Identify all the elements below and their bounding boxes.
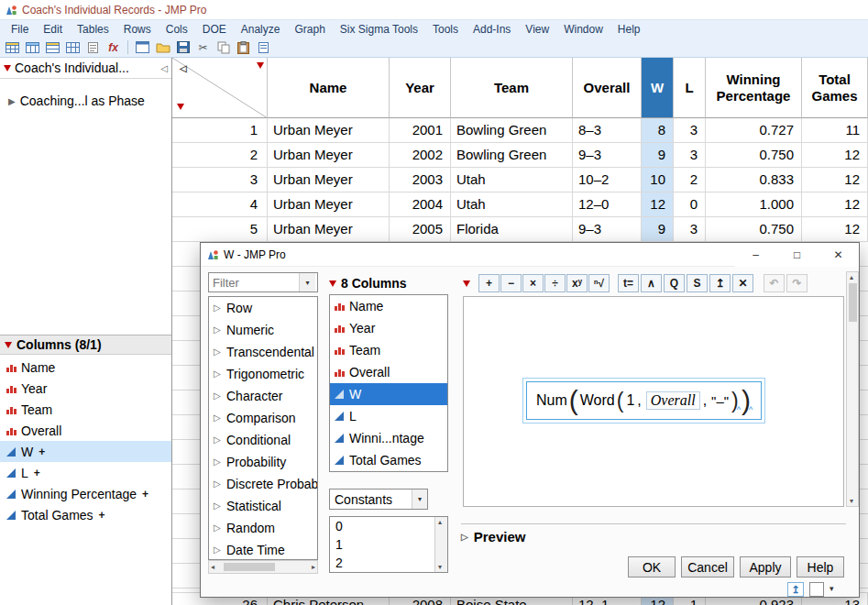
function-group-random[interactable]: ▷Random xyxy=(209,517,317,539)
cell-total-games[interactable]: 12 xyxy=(802,217,868,242)
scroll-left-icon[interactable]: ◂ xyxy=(211,563,214,571)
scroll-up-icon[interactable]: ▴ xyxy=(438,518,442,526)
function-group-numeric[interactable]: ▷Numeric xyxy=(209,319,317,341)
row-number[interactable]: 4 xyxy=(172,192,268,217)
magnifier-button[interactable]: Q xyxy=(664,274,685,292)
row-number[interactable]: 3 xyxy=(172,168,268,192)
power-button[interactable]: xʸ xyxy=(566,274,588,292)
cell-name[interactable]: Urban Meyer xyxy=(268,168,390,192)
function-group-row[interactable]: ▷Row xyxy=(209,297,317,319)
constant-item[interactable]: 1 xyxy=(330,535,447,554)
cell-year[interactable]: 2003 xyxy=(390,168,451,192)
menu-help[interactable]: Help xyxy=(610,21,648,38)
dialog-column-year[interactable]: Year xyxy=(330,317,447,339)
formula-delimiter-string[interactable]: "–" xyxy=(711,393,729,409)
cell-l[interactable]: 2 xyxy=(674,168,706,192)
columns-panel-header[interactable]: Columns (8/1) xyxy=(0,335,171,355)
journal-icon[interactable] xyxy=(255,39,272,56)
cell-l[interactable]: 3 xyxy=(674,217,706,242)
sidebar-column-winning-percentage[interactable]: Winning Percentage + xyxy=(0,483,171,504)
column-header-team[interactable]: Team xyxy=(451,58,573,118)
column-header-year[interactable]: Year xyxy=(390,58,451,118)
cell-w[interactable]: 9 xyxy=(642,217,674,242)
column-header-w[interactable]: W xyxy=(642,58,674,118)
cell-l[interactable]: 0 xyxy=(674,192,706,217)
function-group-transcendental[interactable]: ▷Transcendental xyxy=(209,341,317,363)
menu-tables[interactable]: Tables xyxy=(70,21,116,38)
cell-total-games[interactable]: 11 xyxy=(802,118,868,143)
cell-overall[interactable]: 9–3 xyxy=(573,143,642,168)
dialog-column-l[interactable]: L xyxy=(330,405,447,427)
column-header-overall[interactable]: Overall xyxy=(573,58,642,118)
cell-w[interactable]: 10 xyxy=(642,168,674,192)
help-button[interactable]: Help xyxy=(797,556,844,578)
menu-rows[interactable]: Rows xyxy=(116,21,159,38)
menu-graph[interactable]: Graph xyxy=(287,21,332,38)
constants-select[interactable]: Constants ▾ xyxy=(329,489,428,510)
function-group-probability[interactable]: ▷Probability xyxy=(209,451,317,473)
cell-team[interactable]: Utah xyxy=(451,168,573,192)
preview-disclosure-icon[interactable]: ▷ xyxy=(461,532,468,542)
formula-canvas[interactable]: Num ( Word ( 1 , Overall , "–" ) ^ ) ^ xyxy=(463,296,844,507)
formula-column-reference[interactable]: Overall xyxy=(646,391,700,410)
peel-expression-button[interactable]: ↥ xyxy=(709,274,731,292)
menu-tools[interactable]: Tools xyxy=(425,21,466,38)
cell-l[interactable]: 3 xyxy=(674,143,706,168)
menu-add-ins[interactable]: Add-Ins xyxy=(466,21,518,38)
cell-w[interactable]: 9 xyxy=(642,143,674,168)
menu-edit[interactable]: Edit xyxy=(36,21,70,38)
dialog-column-team[interactable]: Team xyxy=(330,339,447,361)
new-data-table-icon[interactable] xyxy=(4,39,21,56)
minimize-button[interactable]: – xyxy=(735,243,776,267)
function-group-comparison[interactable]: ▷Comparison xyxy=(209,407,317,429)
local-variable-button[interactable]: t= xyxy=(618,274,639,292)
cell-w[interactable]: 8 xyxy=(642,118,674,143)
status-checkbox[interactable] xyxy=(809,582,824,597)
cut-icon[interactable]: ✂ xyxy=(194,39,212,56)
scroll-up-icon[interactable]: ▴ xyxy=(850,273,853,281)
dialog-column-name[interactable]: Name xyxy=(330,295,447,317)
function-group-discrete-probability[interactable]: ▷Discrete Probability xyxy=(209,473,317,495)
cell-name[interactable]: Urban Meyer xyxy=(268,143,390,168)
cell-team[interactable]: Florida xyxy=(451,217,573,242)
menu-analyze[interactable]: Analyze xyxy=(234,21,288,38)
rows-red-triangle-icon[interactable] xyxy=(177,104,184,110)
sidebar-column-w[interactable]: W + xyxy=(0,441,171,462)
column-info-icon[interactable] xyxy=(84,39,102,56)
dialog-column-winning-percentage[interactable]: Winni...ntage xyxy=(330,427,447,449)
canvas-vertical-scrollbar[interactable]: ▴ ▾ xyxy=(846,271,859,507)
row-number[interactable]: 1 xyxy=(172,118,268,143)
cell-winning-percentage[interactable]: 0.727 xyxy=(706,118,802,143)
cell-overall[interactable]: 12–0 xyxy=(573,192,642,217)
columns-red-triangle-icon[interactable] xyxy=(257,62,264,69)
cell-year[interactable]: 2001 xyxy=(390,118,451,143)
open-icon[interactable] xyxy=(154,39,171,56)
cell-year[interactable]: 2005 xyxy=(390,217,451,242)
formula-func-num[interactable]: Num xyxy=(536,392,567,409)
function-list-horizontal-scrollbar[interactable]: ◂ ▸ xyxy=(208,560,318,574)
save-icon[interactable] xyxy=(174,39,192,56)
menu-window[interactable]: Window xyxy=(556,21,610,38)
collapse-panel-icon[interactable]: ◁ xyxy=(160,63,168,73)
menu-doe[interactable]: DOE xyxy=(195,21,234,38)
function-group-trigonometric[interactable]: ▷Trigonometric xyxy=(209,363,317,385)
cell-w[interactable]: 12 xyxy=(642,192,674,217)
red-triangle-menu-icon[interactable] xyxy=(463,280,470,287)
undo-button[interactable]: ↶ xyxy=(764,274,785,292)
close-button[interactable]: ✕ xyxy=(818,243,859,267)
menu-file[interactable]: File xyxy=(4,21,36,38)
table-script-item[interactable]: ▶ Coaching...l as Phase xyxy=(0,91,171,111)
cell-team[interactable]: Utah xyxy=(451,192,573,217)
formula-icon[interactable]: fx xyxy=(104,39,122,56)
minus-button[interactable]: − xyxy=(500,274,522,292)
scroll-right-icon[interactable]: ▸ xyxy=(312,563,315,571)
redo-button[interactable]: ↷ xyxy=(786,274,808,292)
ok-button[interactable]: OK xyxy=(628,556,676,578)
column-header-winning-percentage[interactable]: Winning Percentage xyxy=(706,58,802,118)
save-table-icon[interactable] xyxy=(44,39,61,56)
row-number[interactable]: 5 xyxy=(172,217,268,242)
cell-total-games[interactable]: 12 xyxy=(802,168,868,192)
cell-winning-percentage[interactable]: 0.750 xyxy=(706,143,802,168)
cell-overall[interactable]: 8–3 xyxy=(573,118,642,143)
switch-terms-button[interactable]: S xyxy=(687,274,708,292)
